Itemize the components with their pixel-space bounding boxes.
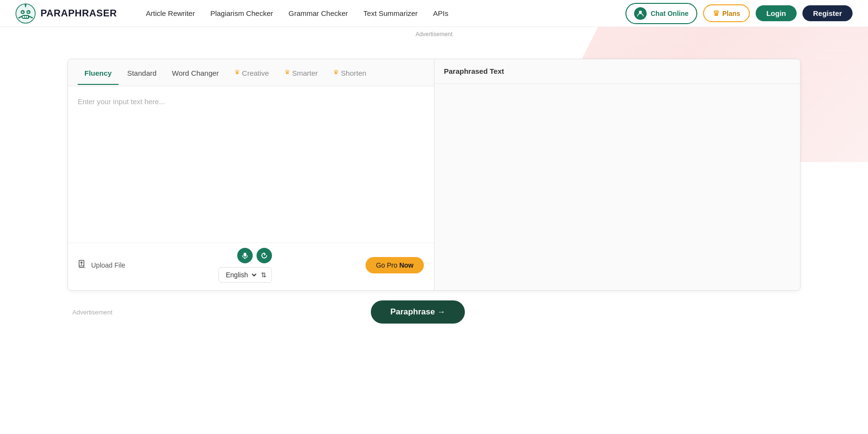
- tab-creative[interactable]: ♛ Creative: [228, 61, 276, 85]
- tabs-row: Fluency Standard Word Changer ♛ Creative…: [68, 59, 434, 86]
- svg-point-2: [25, 4, 27, 6]
- upload-file-label: Upload File: [91, 261, 125, 269]
- ad-bottom-label: Advertisement: [72, 309, 112, 316]
- right-panel: Paraphrased Text: [434, 59, 800, 290]
- tab-word-changer[interactable]: Word Changer: [165, 61, 226, 85]
- left-panel: Fluency Standard Word Changer ♛ Creative…: [68, 59, 434, 290]
- left-bottom-bar: Upload File: [68, 243, 434, 290]
- header: PARAPHRASER Article Rewriter Plagiarism …: [0, 0, 868, 27]
- icon-controls-row: [218, 248, 272, 263]
- tool-container: Fluency Standard Word Changer ♛ Creative…: [68, 59, 800, 291]
- svg-rect-19: [244, 253, 246, 257]
- svg-rect-11: [25, 16, 26, 18]
- crown-icon-shorten: ♛: [333, 68, 339, 76]
- login-button[interactable]: Login: [756, 5, 797, 21]
- crown-icon-smarter: ♛: [285, 68, 290, 76]
- svg-point-15: [639, 11, 642, 14]
- logo[interactable]: PARAPHRASER: [15, 3, 117, 24]
- chat-online-label: Chat Online: [651, 10, 689, 17]
- bottom-controls: English French Spanish German ⇅: [218, 248, 272, 283]
- paraphrased-title: Paraphrased Text: [444, 67, 504, 75]
- nav-grammar-checker[interactable]: Grammar Checker: [288, 9, 348, 17]
- upload-icon: [78, 259, 87, 271]
- svg-rect-10: [23, 16, 24, 18]
- go-pro-button[interactable]: Go Pro Now: [366, 257, 424, 273]
- nav-article-rewriter[interactable]: Article Rewriter: [146, 9, 195, 17]
- main-content: Fluency Standard Word Changer ♛ Creative…: [0, 40, 868, 333]
- input-textarea[interactable]: [78, 96, 424, 236]
- ad-banner-top: Advertisement: [0, 27, 868, 40]
- svg-rect-12: [27, 16, 28, 18]
- nav-text-summarizer[interactable]: Text Summarizer: [364, 9, 418, 17]
- crown-icon-creative: ♛: [234, 68, 240, 76]
- register-button[interactable]: Register: [802, 5, 853, 21]
- nav-apis[interactable]: APIs: [433, 9, 448, 17]
- tab-smarter[interactable]: ♛ Smarter: [278, 61, 325, 85]
- chat-online-button[interactable]: Chat Online: [625, 3, 697, 24]
- bottom-section: Advertisement Paraphrase →: [68, 300, 800, 324]
- logo-text: PARAPHRASER: [41, 8, 117, 19]
- tab-shorten[interactable]: ♛ Shorten: [326, 61, 373, 85]
- language-label: English French Spanish German: [224, 271, 258, 279]
- chat-avatar-icon: [634, 7, 647, 20]
- header-actions: Chat Online ♛ Plans Login Register: [625, 3, 853, 24]
- plans-label: Plans: [722, 10, 740, 17]
- crown-icon: ♛: [713, 9, 719, 18]
- selector-arrows-icon: ⇅: [261, 271, 267, 279]
- tab-fluency[interactable]: Fluency: [78, 61, 119, 85]
- microphone-button[interactable]: [237, 248, 253, 263]
- right-panel-header: Paraphrased Text: [434, 59, 800, 84]
- logo-icon: [15, 3, 36, 24]
- tab-standard[interactable]: Standard: [121, 61, 163, 85]
- main-nav: Article Rewriter Plagiarism Checker Gram…: [146, 9, 625, 17]
- svg-point-8: [28, 11, 29, 12]
- paraphrased-content: [434, 84, 800, 290]
- paraphrase-button[interactable]: Paraphrase →: [371, 300, 464, 324]
- language-selector[interactable]: English French Spanish German ⇅: [218, 267, 272, 283]
- plans-button[interactable]: ♛ Plans: [703, 4, 750, 22]
- upload-file-button[interactable]: Upload File: [78, 259, 125, 271]
- language-dropdown[interactable]: English French Spanish German: [224, 271, 258, 279]
- refresh-button[interactable]: [257, 248, 272, 263]
- input-area: [68, 86, 434, 243]
- svg-point-7: [23, 11, 24, 12]
- nav-plagiarism-checker[interactable]: Plagiarism Checker: [210, 9, 273, 17]
